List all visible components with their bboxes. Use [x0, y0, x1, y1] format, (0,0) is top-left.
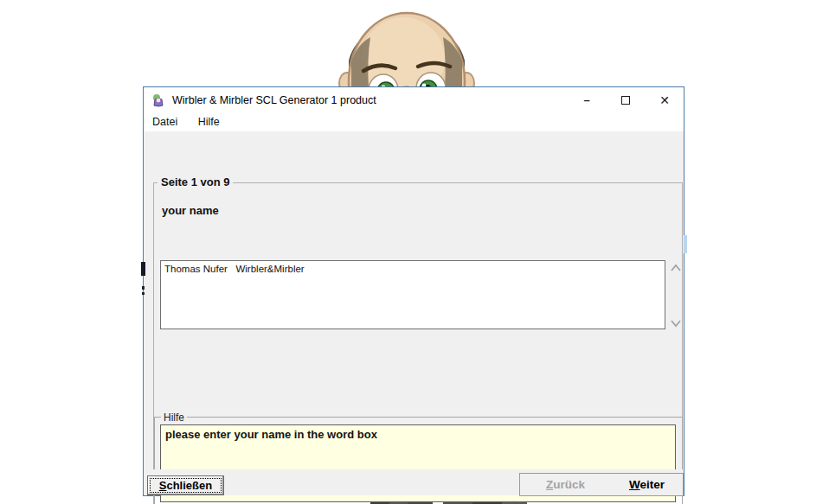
wizard-dialog-window: Wirbler & Mirbler SCL Generator 1 produc… — [143, 86, 684, 496]
menu-item-hilfe[interactable]: Hilfe — [193, 114, 225, 132]
schliessen-button[interactable]: Schließen — [147, 475, 224, 495]
background-artifact — [684, 235, 687, 253]
scroll-up-icon[interactable] — [669, 263, 683, 273]
menu-item-datei[interactable]: Datei — [147, 114, 183, 132]
dialog-content: Seite 1 von 9 your name Thomas Nufer Wir… — [144, 131, 684, 495]
close-icon[interactable]: ✕ — [651, 87, 678, 113]
page-groupbox-title: Seite 1 von 9 — [157, 175, 233, 188]
background-artifact — [142, 286, 145, 290]
bald-man-head-icon — [337, 7, 476, 89]
zurueck-button[interactable]: Zurück — [519, 473, 612, 496]
question-label: your name — [162, 204, 219, 217]
app-icon — [151, 93, 165, 107]
name-input[interactable]: Thomas Nufer Wirbler&Mirbler — [160, 260, 665, 329]
weiter-button[interactable]: Weiter — [611, 473, 684, 496]
window-title: Wirbler & Mirbler SCL Generator 1 produc… — [172, 87, 376, 113]
menu-bar: Datei Hilfe — [144, 113, 684, 131]
maximize-icon[interactable] — [612, 87, 639, 113]
background-artifact — [141, 262, 145, 276]
help-groupbox-title: Hilfe — [161, 411, 187, 424]
scroll-down-icon[interactable] — [669, 318, 683, 329]
focus-rectangle — [150, 478, 222, 493]
title-bar[interactable]: Wirbler & Mirbler SCL Generator 1 produc… — [144, 87, 684, 113]
background-artifact — [142, 292, 145, 295]
button-bar: Schließen Zurück Weiter — [144, 469, 684, 495]
minimize-icon[interactable]: – — [573, 87, 601, 113]
cartoon-head-image — [337, 7, 476, 89]
